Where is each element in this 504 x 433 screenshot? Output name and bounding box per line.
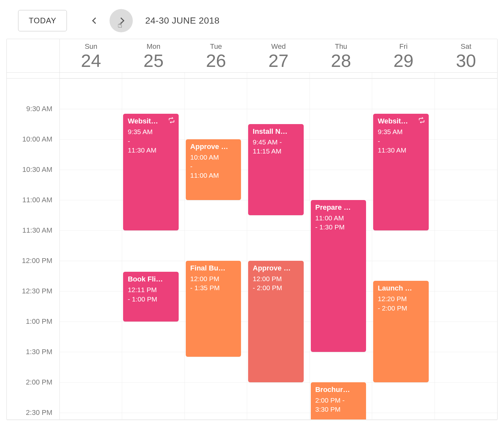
event-times: 9:35 AM-11:30 AM — [378, 127, 424, 155]
date-range-label: 24-30 JUNE 2018 — [145, 16, 219, 26]
event-title: Approve … — [190, 143, 236, 151]
next-week-button[interactable]: ☝︎ — [110, 9, 133, 32]
today-button[interactable]: TODAY — [18, 10, 67, 31]
event-title: Brochure… — [315, 385, 362, 394]
time-label: 11:30 AM — [22, 226, 52, 235]
event-times: 2:00 PM -3:30 PM — [315, 396, 362, 414]
repeat-icon — [418, 117, 425, 125]
time-label: 1:30 PM — [26, 348, 52, 356]
event-times: 9:45 AM -11:15 AM — [253, 138, 299, 156]
event-times: 11:00 AM - 1:30 PM — [315, 214, 362, 232]
time-label: 9:30 AM — [26, 105, 52, 113]
week-nav: ☝︎ — [84, 9, 133, 32]
time-label: 11:00 AM — [22, 196, 52, 204]
event-title: Websit… — [378, 117, 424, 125]
event-times: 12:20 PM - 2:00 PM — [378, 294, 424, 313]
prev-week-button[interactable] — [84, 9, 107, 32]
event[interactable]: Book Flig…12:11 PM - 1:00 PM — [123, 272, 178, 322]
day-header[interactable]: Wed27 — [247, 39, 310, 72]
event[interactable]: Brochure…2:00 PM -3:30 PM — [311, 382, 366, 420]
event-times: 9:35 AM-11:30 AM — [128, 127, 174, 155]
time-label: 10:30 AM — [22, 165, 52, 174]
event-title: Prepare 2… — [315, 203, 362, 212]
event[interactable]: Final Bud…12:00 PM - 1:35 PM — [186, 261, 241, 357]
event-title: Websit… — [128, 117, 174, 125]
allday-row — [7, 73, 497, 79]
time-label: 2:30 PM — [26, 408, 52, 417]
event[interactable]: Prepare 2…11:00 AM - 1:30 PM — [311, 200, 366, 352]
event-title: Install Ne… — [253, 127, 299, 136]
day-header[interactable]: Tue26 — [185, 39, 247, 72]
calendar-body: 9:30 AM10:00 AM10:30 AM11:00 AM11:30 AM1… — [7, 79, 497, 419]
day-header-row: Sun24 Mon25 Tue26 Wed27 Thu28 Fri29 Sat3… — [7, 39, 497, 73]
calendar-app: TODAY ☝︎ 24-30 JUNE 2018 Sun24 Mon25 Tue… — [0, 0, 504, 433]
chevron-right-icon — [118, 17, 125, 24]
day-header[interactable]: Sat30 — [435, 39, 497, 72]
chevron-left-icon — [92, 17, 99, 24]
time-label: 1:00 PM — [26, 317, 52, 326]
event-title: Book Flig… — [128, 275, 174, 283]
event-times: 12:00 PM - 2:00 PM — [253, 274, 299, 293]
event-times: 12:00 PM - 1:35 PM — [190, 274, 236, 293]
day-header[interactable]: Sun24 — [60, 39, 122, 72]
day-header[interactable]: Mon25 — [122, 39, 184, 72]
calendar: Sun24 Mon25 Tue26 Wed27 Thu28 Fri29 Sat3… — [6, 39, 498, 420]
event-title: Approve … — [253, 264, 299, 272]
event-times: 10:00 AM-11:00 AM — [190, 153, 236, 180]
event-title: Final Bud… — [190, 264, 236, 272]
event[interactable]: Install Ne…9:45 AM -11:15 AM — [248, 124, 303, 215]
time-label: 12:30 PM — [22, 287, 52, 295]
events-layer: Websit…9:35 AM-11:30 AMBook Flig…12:11 P… — [60, 79, 497, 419]
event[interactable]: Approve …12:00 PM - 2:00 PM — [248, 261, 303, 382]
event[interactable]: Approve …10:00 AM-11:00 AM — [186, 139, 241, 200]
time-gutter: 9:30 AM10:00 AM10:30 AM11:00 AM11:30 AM1… — [7, 79, 60, 419]
event[interactable]: Websit…9:35 AM-11:30 AM — [373, 114, 428, 230]
event[interactable]: Websit…9:35 AM-11:30 AM — [123, 114, 178, 230]
time-label: 12:00 PM — [22, 257, 52, 265]
event-times: 12:11 PM - 1:00 PM — [128, 285, 174, 304]
toolbar: TODAY ☝︎ 24-30 JUNE 2018 — [6, 8, 498, 39]
day-header[interactable]: Thu28 — [310, 39, 372, 72]
time-grid[interactable]: Websit…9:35 AM-11:30 AMBook Flig…12:11 P… — [60, 79, 497, 419]
day-header[interactable]: Fri29 — [372, 39, 435, 72]
time-label: 2:00 PM — [26, 378, 52, 386]
event-title: Launch N… — [378, 284, 424, 292]
time-label: 10:00 AM — [22, 135, 52, 143]
event[interactable]: Launch N…12:20 PM - 2:00 PM — [373, 281, 428, 382]
repeat-icon — [168, 117, 175, 125]
time-gutter-header — [7, 39, 60, 72]
